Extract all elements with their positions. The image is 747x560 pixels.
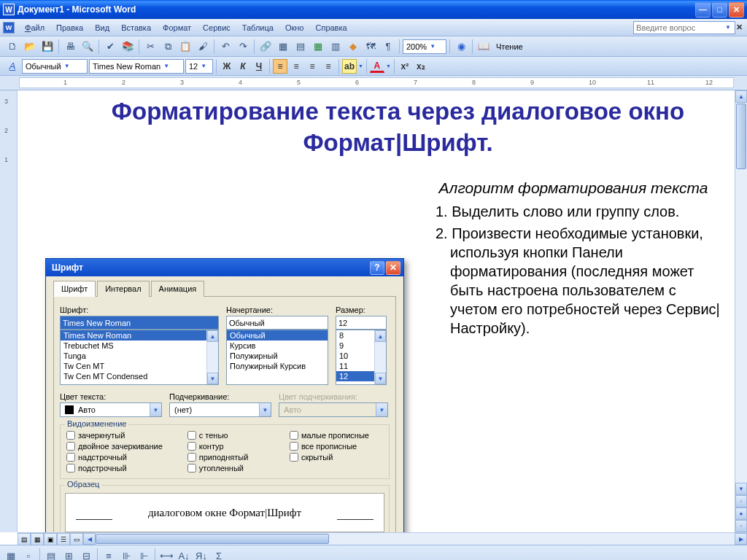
chk-sub[interactable]: подстрочный xyxy=(66,464,179,472)
format-painter-icon[interactable]: 🖌 xyxy=(195,39,211,55)
research-icon[interactable]: 📚 xyxy=(120,39,136,55)
new-icon[interactable]: 🗋 xyxy=(4,39,20,55)
tbl-autofit-icon[interactable]: ⟷ xyxy=(158,548,174,560)
scroll-up-icon[interactable]: ▲ xyxy=(735,90,747,103)
list-item[interactable]: Trebuchet MS xyxy=(61,341,218,351)
menu-window[interactable]: Окно xyxy=(279,22,310,34)
preview-icon[interactable]: 🔍 xyxy=(80,39,96,55)
list-item[interactable]: Tw Cen MT Condensed xyxy=(61,371,218,381)
chk-hidden[interactable]: скрытый xyxy=(290,453,383,462)
align-center-button[interactable]: ≡ xyxy=(289,59,303,74)
scroll-down-icon[interactable]: ▼ xyxy=(735,483,747,495)
scroll-up-icon[interactable]: ▲ xyxy=(207,330,218,342)
help-icon[interactable]: ◉ xyxy=(453,39,469,55)
tables-borders-icon[interactable]: ▦ xyxy=(275,39,291,55)
scroll-left-icon[interactable]: ◀ xyxy=(83,533,96,545)
underline-button[interactable]: Ч xyxy=(252,59,266,74)
align-left-button[interactable]: ≡ xyxy=(273,59,287,74)
scroll-thumb[interactable] xyxy=(736,104,746,169)
chk-dstrike[interactable]: двойное зачеркивание xyxy=(66,442,179,451)
view-read-icon[interactable]: ▭ xyxy=(70,533,83,545)
help-search[interactable] xyxy=(633,21,735,34)
read-mode-icon[interactable]: 📖 xyxy=(476,39,492,55)
undo-icon[interactable]: ↶ xyxy=(217,39,233,55)
minimize-button[interactable]: — xyxy=(695,2,711,18)
tbl-insert-icon[interactable]: ▤ xyxy=(43,548,59,560)
tbl-merge-icon[interactable]: ⊞ xyxy=(61,548,77,560)
menu-insert[interactable]: Вставка xyxy=(115,22,157,34)
font-combo[interactable]: Times New Roman▼ xyxy=(89,59,184,74)
close-button[interactable]: ✕ xyxy=(729,2,744,18)
save-icon[interactable]: 💾 xyxy=(39,39,55,55)
scroll-up-icon[interactable]: ▲ xyxy=(375,330,386,342)
subscript-button[interactable]: x₂ xyxy=(414,59,428,74)
open-icon[interactable]: 📂 xyxy=(22,39,38,55)
color-combo[interactable]: Авто▼ xyxy=(60,402,162,417)
copy-icon[interactable]: ⧉ xyxy=(160,39,176,55)
list-item[interactable]: Times New Roman xyxy=(61,330,218,341)
tbl-split-icon[interactable]: ⊟ xyxy=(78,548,94,560)
bold-button[interactable]: Ж xyxy=(220,59,234,74)
menu-format[interactable]: Формат xyxy=(157,22,197,34)
scroll-down-icon[interactable]: ▼ xyxy=(207,373,218,384)
dialog-help-button[interactable]: ? xyxy=(370,261,384,275)
view-outline-icon[interactable]: ☰ xyxy=(57,533,70,545)
highlight-button[interactable]: ab xyxy=(342,59,357,74)
hyperlink-icon[interactable]: 🔗 xyxy=(258,39,274,55)
dialog-close-button[interactable]: ✕ xyxy=(386,261,400,275)
view-print-icon[interactable]: ▣ xyxy=(44,533,57,545)
style-input[interactable] xyxy=(226,316,328,330)
chk-allcaps[interactable]: все прописные xyxy=(290,442,383,451)
chk-strike[interactable]: зачеркнутый xyxy=(66,431,179,440)
chk-outline[interactable]: контур xyxy=(187,442,281,451)
maximize-button[interactable]: □ xyxy=(712,2,727,18)
dialog-titlebar[interactable]: Шрифт ? ✕ xyxy=(46,259,403,276)
paste-icon[interactable]: 📋 xyxy=(177,39,193,55)
scroll-down-icon[interactable]: ▼ xyxy=(375,373,386,384)
style-listbox[interactable]: Обычный Курсив Полужирный Полужирный Кур… xyxy=(226,330,328,385)
cut-icon[interactable]: ✂ xyxy=(142,39,158,55)
horizontal-scrollbar[interactable]: ▤ ▦ ▣ ☰ ▭ ◀ ▶ xyxy=(18,532,747,545)
spellcheck-icon[interactable]: ✔ xyxy=(102,39,118,55)
tab-spacing[interactable]: Интервал xyxy=(97,281,149,297)
tbl-align-icon[interactable]: ≡ xyxy=(101,548,117,560)
tbl-sum-icon[interactable]: Σ xyxy=(211,548,227,560)
italic-button[interactable]: К xyxy=(236,59,250,74)
drawing-icon[interactable]: ◆ xyxy=(345,39,361,55)
list-item[interactable]: Полужирный xyxy=(227,351,328,361)
tbl-erase-icon[interactable]: ▫ xyxy=(20,548,36,560)
chk-super[interactable]: надстрочный xyxy=(66,453,179,462)
fontsize-combo[interactable]: 12▼ xyxy=(185,59,213,74)
scroll-right-icon[interactable]: ▶ xyxy=(735,533,747,545)
print-icon[interactable]: 🖶 xyxy=(62,39,78,55)
view-web-icon[interactable]: ▦ xyxy=(31,533,44,545)
menu-file[interactable]: ФФайлайл xyxy=(19,22,50,34)
redo-icon[interactable]: ↷ xyxy=(235,39,251,55)
tbl-sort-asc-icon[interactable]: A↓ xyxy=(176,548,192,560)
docmap-icon[interactable]: 🗺 xyxy=(363,39,379,55)
list-item[interactable]: Tunga xyxy=(61,351,218,361)
font-listbox[interactable]: Times New Roman Trebuchet MS Tunga Tw Ce… xyxy=(60,330,219,385)
browse-object-icon[interactable]: ● xyxy=(735,508,747,520)
tbl-draw-icon[interactable]: ▦ xyxy=(3,548,19,560)
menu-close-doc[interactable]: ✕ xyxy=(734,23,744,33)
hscroll-thumb[interactable] xyxy=(96,534,329,544)
view-normal-icon[interactable]: ▤ xyxy=(18,533,31,545)
chk-engrave[interactable]: утопленный xyxy=(187,464,281,472)
chk-emboss[interactable]: приподнятый xyxy=(187,453,281,462)
chk-smallcaps[interactable]: малые прописные xyxy=(290,431,383,440)
menu-help[interactable]: Справка xyxy=(309,22,352,34)
vertical-ruler[interactable]: 321 xyxy=(0,90,18,532)
read-label[interactable]: Чтение xyxy=(493,42,526,51)
tab-font[interactable]: Шрифт xyxy=(53,281,96,297)
font-input[interactable] xyxy=(60,316,219,330)
excel-icon[interactable]: ▦ xyxy=(310,39,326,55)
next-page-icon[interactable]: ◦ xyxy=(735,520,747,532)
font-color-button[interactable]: A xyxy=(370,60,384,73)
menu-view[interactable]: Вид xyxy=(89,22,115,34)
menu-edit[interactable]: Правка xyxy=(50,22,89,34)
insert-table-icon[interactable]: ▤ xyxy=(293,39,309,55)
tbl-sort-desc-icon[interactable]: Я↓ xyxy=(193,548,209,560)
list-item[interactable]: Tw Cen MT xyxy=(61,361,218,371)
size-listbox[interactable]: 8 9 10 11 12 ▲▼ xyxy=(336,330,387,385)
